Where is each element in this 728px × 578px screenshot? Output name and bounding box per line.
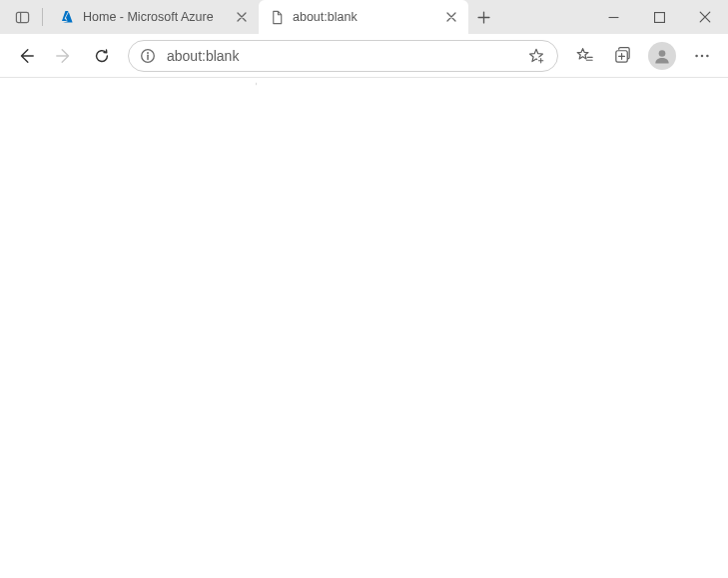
favorites-button[interactable] — [566, 38, 602, 74]
add-favorite-button[interactable] — [525, 45, 547, 67]
tab-azure[interactable]: Home - Microsoft Azure — [49, 0, 259, 34]
address-bar[interactable] — [128, 40, 558, 72]
maximize-icon — [654, 12, 665, 23]
titlebar: Home - Microsoft Azure about:blank — [0, 0, 728, 34]
azure-icon — [59, 9, 75, 25]
svg-point-5 — [147, 52, 149, 54]
tab-close-button[interactable] — [233, 8, 251, 26]
svg-rect-0 — [16, 12, 28, 22]
titlebar-left — [0, 0, 49, 34]
collections-icon — [613, 46, 632, 65]
svg-point-13 — [701, 54, 704, 57]
person-icon — [652, 46, 672, 66]
page-icon — [269, 9, 285, 25]
tab-close-button[interactable] — [442, 8, 460, 26]
star-lines-icon — [575, 46, 594, 65]
toolbar — [0, 34, 728, 78]
svg-point-14 — [706, 54, 709, 57]
site-info-button[interactable] — [139, 47, 157, 65]
profile-button[interactable] — [648, 42, 676, 70]
svg-point-11 — [659, 50, 666, 57]
settings-menu-button[interactable] — [684, 38, 720, 74]
arrow-left-icon — [17, 47, 35, 65]
address-bar-wrap — [128, 40, 558, 72]
maximize-button[interactable] — [636, 0, 682, 34]
tab-actions-button[interactable] — [8, 0, 36, 34]
tab-blank[interactable]: about:blank — [259, 0, 468, 34]
minimize-button[interactable] — [590, 0, 636, 34]
close-window-button[interactable] — [682, 0, 728, 34]
window-controls — [590, 0, 728, 34]
collections-button[interactable] — [604, 38, 640, 74]
close-icon — [237, 12, 247, 22]
refresh-icon — [93, 47, 111, 65]
text-cursor-icon — [256, 76, 257, 92]
refresh-button[interactable] — [84, 38, 120, 74]
star-plus-icon — [527, 47, 545, 65]
minimize-icon — [608, 12, 619, 23]
close-icon — [699, 11, 711, 23]
new-tab-button[interactable] — [468, 0, 498, 34]
svg-rect-3 — [654, 12, 664, 22]
tabs-divider — [42, 8, 43, 26]
forward-button[interactable] — [46, 38, 82, 74]
tab-title: about:blank — [293, 10, 434, 24]
titlebar-drag-area[interactable] — [498, 0, 590, 34]
ellipsis-icon — [693, 47, 711, 65]
info-icon — [140, 48, 156, 64]
arrow-right-icon — [55, 47, 73, 65]
back-button[interactable] — [8, 38, 44, 74]
close-icon — [446, 12, 456, 22]
svg-point-12 — [695, 54, 698, 57]
browser-window: Home - Microsoft Azure about:blank — [0, 0, 728, 578]
address-bar-right — [525, 45, 547, 67]
page-content — [0, 78, 728, 578]
tab-actions-icon — [15, 10, 30, 25]
tab-title: Home - Microsoft Azure — [83, 10, 225, 24]
url-input[interactable] — [167, 41, 515, 71]
plus-icon — [477, 11, 490, 24]
